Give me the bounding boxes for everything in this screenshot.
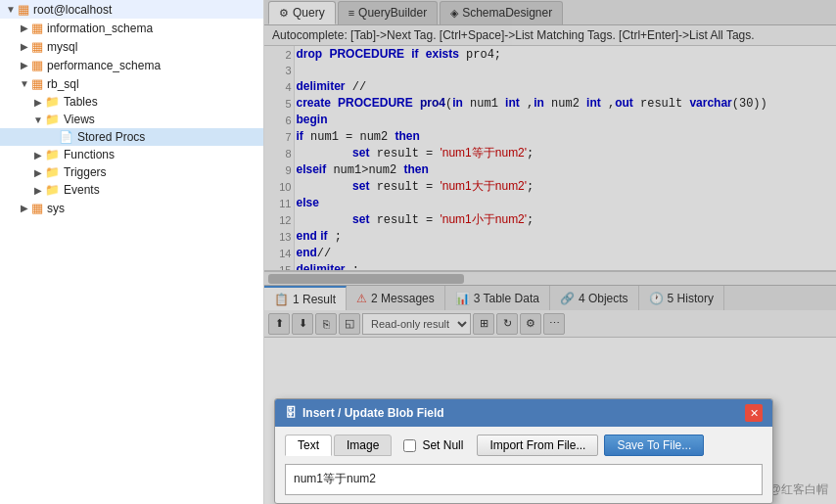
- save-to-file-button[interactable]: Save To File...: [604, 435, 704, 456]
- dialog-db-icon: 🗄: [285, 406, 297, 420]
- db-icon: ▦: [31, 76, 43, 91]
- tree-label: sys: [47, 202, 65, 215]
- tree-item-triggers[interactable]: ▶ 📁 Triggers: [0, 163, 263, 181]
- tree-label: Tables: [64, 95, 98, 109]
- expand-icon: ▼: [18, 78, 31, 89]
- folder-icon: 📁: [45, 113, 60, 126]
- tree-item-mysql[interactable]: ▶ ▦ mysql: [0, 37, 263, 56]
- folder-icon: 📁: [45, 148, 60, 161]
- database-tree[interactable]: ▼ ▦ root@localhost ▶ ▦ information_schem…: [0, 0, 264, 504]
- expand-icon: ▼: [31, 115, 45, 125]
- set-null-label: Set Null: [422, 438, 463, 452]
- db-icon: ▦: [31, 58, 43, 72]
- expand-icon: ▶: [18, 203, 31, 213]
- dialog-title-text: Insert / Update Blob Field: [302, 406, 444, 420]
- tree-item-rb-sql[interactable]: ▼ ▦ rb_sql: [0, 74, 263, 93]
- db-icon: ▦: [31, 201, 43, 215]
- dialog-overlay: 🗄 Insert / Update Blob Field ✕ Text Imag…: [264, 0, 836, 504]
- expand-icon: ▶: [18, 41, 31, 52]
- tree-item-events[interactable]: ▶ 📁 Events: [0, 181, 263, 199]
- expand-icon: ▶: [31, 185, 45, 196]
- expand-icon: ▶: [18, 23, 31, 33]
- folder-icon: 📁: [45, 95, 60, 109]
- tree-item-tables[interactable]: ▶ 📁 Tables: [0, 93, 263, 111]
- folder-icon: 📁: [45, 183, 60, 197]
- tree-label: Triggers: [64, 165, 107, 179]
- tree-item-information-schema[interactable]: ▶ ▦ information_schema: [0, 19, 263, 37]
- import-from-file-button[interactable]: Import From File...: [477, 435, 598, 456]
- dialog-body: Text Image Set Null Import From File... …: [275, 427, 772, 503]
- tree-item-functions[interactable]: ▶ 📁 Functions: [0, 146, 263, 163]
- db-icon: ▦: [31, 39, 43, 54]
- expand-icon: ▶: [18, 60, 31, 70]
- dialog-close-button[interactable]: ✕: [745, 404, 763, 422]
- expand-icon: ▼: [4, 4, 18, 15]
- dialog-tab-image[interactable]: Image: [334, 435, 392, 456]
- tree-item-root[interactable]: ▼ ▦ root@localhost: [0, 0, 263, 19]
- dialog-tab-row: Text Image Set Null Import From File... …: [285, 435, 763, 456]
- expand-icon: ▶: [31, 167, 45, 178]
- db-icon: ▦: [31, 21, 43, 35]
- proc-icon: 📄: [59, 130, 73, 144]
- save-btn-label: Save To File...: [617, 438, 691, 452]
- right-panel: ⚙ Query ≡ QueryBuilder ◈ SchemaDesigner …: [264, 0, 836, 504]
- dialog-header: 🗄 Insert / Update Blob Field ✕: [275, 399, 772, 427]
- tree-label: Functions: [64, 148, 115, 161]
- dialog-tab-image-label: Image: [347, 438, 379, 452]
- tree-item-perf-schema[interactable]: ▶ ▦ performance_schema: [0, 56, 263, 74]
- tree-label: Events: [64, 183, 100, 197]
- dialog-header-title: 🗄 Insert / Update Blob Field: [285, 406, 444, 420]
- tree-label: performance_schema: [47, 59, 161, 72]
- tree-label: mysql: [47, 40, 77, 54]
- dialog-content-area[interactable]: num1等于num2: [285, 464, 763, 495]
- db-icon: ▦: [18, 2, 29, 17]
- dialog-tab-text[interactable]: Text: [285, 435, 332, 456]
- dialog-content-text: num1等于num2: [294, 472, 376, 485]
- expand-icon: ▶: [31, 97, 45, 108]
- folder-icon: 📁: [45, 165, 60, 179]
- tree-label: information_schema: [47, 22, 153, 35]
- expand-icon: ▶: [31, 150, 45, 160]
- set-null-checkbox[interactable]: [403, 439, 416, 452]
- tree-item-stored-procs[interactable]: 📄 Stored Procs: [0, 128, 263, 146]
- tree-item-views[interactable]: ▼ 📁 Views: [0, 111, 263, 128]
- dialog-checkbox-row: Set Null: [403, 438, 463, 452]
- tree-label: rb_sql: [47, 77, 79, 91]
- tree-label: Views: [64, 113, 95, 126]
- tree-label: Stored Procs: [77, 130, 145, 144]
- tree-item-sys[interactable]: ▶ ▦ sys: [0, 199, 263, 217]
- blob-dialog: 🗄 Insert / Update Blob Field ✕ Text Imag…: [274, 398, 773, 504]
- import-btn-label: Import From File...: [489, 438, 585, 452]
- tree-label: root@localhost: [33, 3, 112, 17]
- dialog-tab-text-label: Text: [298, 438, 319, 452]
